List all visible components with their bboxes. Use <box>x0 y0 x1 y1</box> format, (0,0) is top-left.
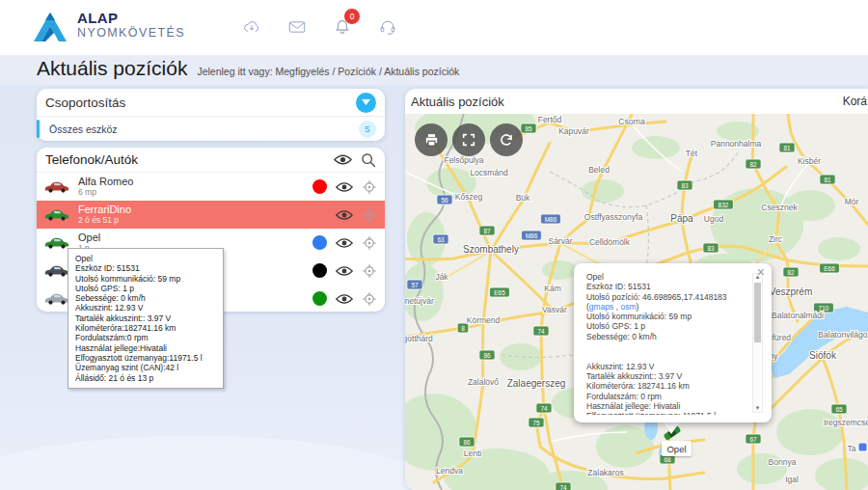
svg-text:63: 63 <box>437 236 445 243</box>
popup-line: Fordulatszám: 0 rpm <box>586 392 745 401</box>
svg-text:Balatonvilágos: Balatonvilágos <box>818 330 868 340</box>
alap-logo-icon <box>32 12 68 44</box>
status-dot <box>312 263 327 278</box>
notifications-bell-icon[interactable]: 0 <box>328 13 357 41</box>
popup-line: Tartalék akkuszint:: 3.97 V <box>586 371 745 381</box>
popup-line: Opel <box>586 272 745 282</box>
svg-text:E65: E65 <box>494 289 505 296</box>
svg-text:Ugod: Ugod <box>704 214 724 224</box>
page-title: Aktuális pozíciók <box>37 57 187 80</box>
grouping-title: Csoportosítás <box>45 95 356 110</box>
svg-text:75: 75 <box>532 420 540 426</box>
locate-icon[interactable] <box>362 235 377 251</box>
locate-icon[interactable] <box>362 179 377 195</box>
print-map-button[interactable] <box>415 123 448 156</box>
svg-text:8: 8 <box>461 325 465 332</box>
svg-text:Felsőpulya: Felsőpulya <box>444 155 483 165</box>
svg-text:Mór: Mór <box>845 197 859 206</box>
group-item-label: Összes eszköz <box>45 123 359 135</box>
tooltip-line: Elfogyasztott üzemanyag:11971.5 l <box>75 353 216 363</box>
vehicle-name: Alfa Romeo <box>78 177 312 188</box>
eye-icon[interactable] <box>336 209 353 221</box>
map-info-popup: × OpelEszköz ID: 51531Utolsó pozíció: 46… <box>574 263 772 422</box>
map-panel-title: Aktuális pozíciók <box>411 95 504 109</box>
popup-line: Utolsó kommunikáció: 59 mp <box>586 312 745 321</box>
eye-all-icon[interactable] <box>334 153 352 166</box>
popup-line <box>586 351 745 361</box>
support-headset-icon[interactable] <box>373 13 402 41</box>
search-icon[interactable] <box>361 152 376 168</box>
svg-text:Csesznek: Csesznek <box>761 203 798 212</box>
svg-text:85: 85 <box>525 125 532 132</box>
brand-line2: NYOMKÖVETÉS <box>77 27 185 41</box>
fullscreen-map-button[interactable] <box>452 123 485 156</box>
svg-text:Pannonhalma: Pannonhalma <box>711 139 762 149</box>
vehicle-row[interactable]: Alfa Romeo 6 mp <box>37 173 385 201</box>
chevron-down-icon[interactable] <box>356 93 376 113</box>
close-icon[interactable]: × <box>757 265 765 279</box>
svg-text:M86: M86 <box>545 216 557 223</box>
vehicle-last-time: 2 ó és 51 p <box>78 216 336 225</box>
svg-text:87: 87 <box>483 228 491 234</box>
blue-map-marker[interactable] <box>858 443 867 451</box>
group-item-all-devices[interactable]: Összes eszköz 5 <box>37 117 385 141</box>
popup-line <box>586 341 745 351</box>
title-bar: Aktuális pozíciók Jelenleg itt vagy: Meg… <box>0 55 868 85</box>
previous-positions-link[interactable]: Korá <box>843 95 867 108</box>
map-canvas[interactable]: 8581818282E66566387M86M86E65578868674747… <box>405 114 868 490</box>
mail-icon[interactable] <box>283 13 312 41</box>
svg-text:Ta: Ta <box>848 444 856 453</box>
device-count-badge: 5 <box>359 121 376 138</box>
notification-badge: 0 <box>343 8 361 25</box>
svg-text:83: 83 <box>681 182 689 189</box>
svg-text:Németújvár: Németújvár <box>405 296 434 306</box>
popup-line: Akkuszint: 12.93 V <box>586 362 745 371</box>
devices-title: Telefonok/Autók <box>45 152 325 167</box>
eye-icon[interactable] <box>336 237 353 249</box>
scroll-down-icon[interactable]: ▼ <box>753 405 762 412</box>
svg-text:Fertőd: Fertőd <box>538 115 562 124</box>
svg-text:Tét: Tét <box>686 149 698 158</box>
popup-line: Használat jellege: Hivatali <box>586 401 745 411</box>
svg-text:Lendva: Lendva <box>436 466 463 476</box>
svg-text:Ostffyasszonyfa: Ostffyasszonyfa <box>584 212 643 222</box>
brand-text: ALAP NYOMKÖVETÉS <box>77 11 185 40</box>
svg-text:Iregszemcse: Iregszemcse <box>824 418 868 427</box>
popup-line: Utolsó GPS: 1 p <box>586 321 745 331</box>
eye-icon[interactable] <box>336 265 353 277</box>
locate-icon[interactable] <box>362 207 377 223</box>
svg-text:Pápa: Pápa <box>670 213 693 224</box>
svg-text:M86: M86 <box>526 232 538 239</box>
brand-line1: ALAP <box>77 11 185 27</box>
svg-text:74: 74 <box>540 405 548 412</box>
popup-scrollbar[interactable]: ▲ ▼ <box>752 273 763 413</box>
svg-text:Zirc: Zirc <box>769 234 783 244</box>
status-dot <box>312 235 327 250</box>
popup-pointer <box>662 421 681 444</box>
locate-icon[interactable] <box>362 263 377 279</box>
svg-text:Lenti: Lenti <box>464 449 482 458</box>
svg-text:83: 83 <box>707 245 715 252</box>
svg-text:81: 81 <box>783 145 791 151</box>
refresh-map-button[interactable] <box>490 123 523 156</box>
svg-text:86: 86 <box>483 352 491 359</box>
tooltip-line: Tartalék akkuszint:: 3.97 V <box>75 313 216 323</box>
vehicle-row[interactable]: FerrariDino 2 ó és 51 p <box>37 201 385 229</box>
svg-text:67: 67 <box>749 436 757 443</box>
tooltip-line: Opel <box>75 254 216 263</box>
scroll-thumb[interactable] <box>754 283 761 342</box>
tooltip-line: Állásidő: 21 ó és 13 p <box>75 373 216 383</box>
svg-text:tgotthárd: tgotthárd <box>405 334 433 343</box>
svg-text:Veszprém: Veszprém <box>770 286 812 297</box>
map-link[interactable]: osm <box>620 302 636 312</box>
svg-text:82: 82 <box>787 269 795 276</box>
cloud-download-icon[interactable] <box>237 13 266 41</box>
svg-text:Siófok: Siófok <box>809 350 837 361</box>
breadcrumb: Jelenleg itt vagy: Megfigyelés / Pozíció… <box>197 66 459 77</box>
locate-icon[interactable] <box>362 291 377 307</box>
map-link[interactable]: gmaps <box>589 302 614 312</box>
grouping-card: Csoportosítás Összes eszköz 5 <box>37 89 385 141</box>
tooltip-line: Sebessége: 0 km/h <box>75 293 216 303</box>
eye-icon[interactable] <box>336 293 353 305</box>
eye-icon[interactable] <box>336 181 353 193</box>
